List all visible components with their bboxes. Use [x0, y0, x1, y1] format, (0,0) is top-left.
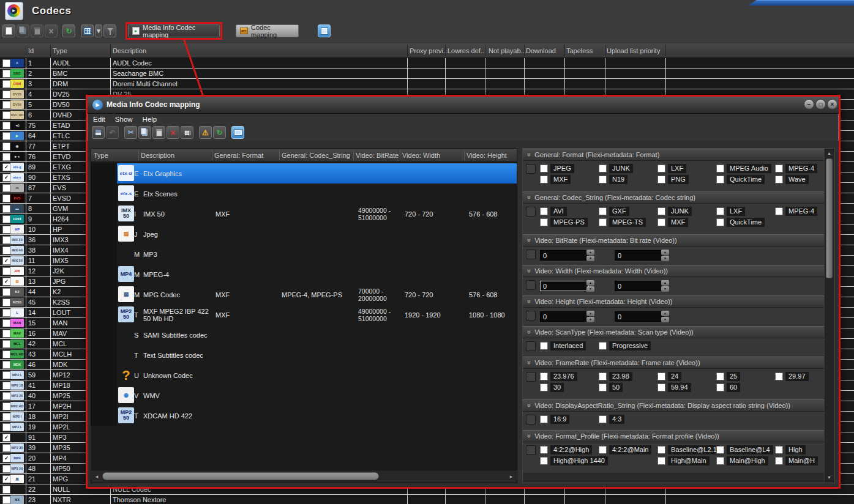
scroll-down-arrow[interactable]: ▼ — [825, 473, 834, 482]
delete-button[interactable]: × — [167, 126, 179, 139]
column-header-tapeless[interactable]: Tapeless — [566, 43, 593, 58]
option-checkbox[interactable] — [775, 446, 783, 454]
option-checkbox[interactable] — [657, 457, 665, 465]
row-checkbox[interactable] — [2, 319, 10, 327]
menu-help[interactable]: Help — [143, 116, 157, 123]
column-header-video-bitrate[interactable]: Video: BitRate — [356, 149, 399, 162]
mapping-row[interactable]: IMX50IIMX 50MXF49000000 -51000000720 - 7… — [91, 204, 517, 224]
option-checkbox[interactable] — [716, 165, 724, 172]
paste-button[interactable] — [152, 126, 165, 139]
vertical-scrollbar-thumb[interactable] — [826, 158, 833, 278]
section-header[interactable]: «General: Format (Flexi-metadata: Format… — [523, 149, 824, 161]
copy-button[interactable] — [17, 24, 29, 37]
option-checkbox[interactable] — [716, 218, 724, 226]
option-checkbox[interactable] — [775, 165, 783, 172]
option-checkbox[interactable] — [540, 165, 548, 172]
spinner-up-icon[interactable]: ▲ — [586, 250, 594, 255]
row-checkbox[interactable] — [2, 371, 10, 379]
group-checkbox[interactable] — [526, 280, 536, 290]
spinner-up-icon[interactable]: ▲ — [661, 280, 669, 286]
row-checkbox[interactable] — [2, 143, 10, 150]
range-input[interactable] — [615, 281, 664, 291]
grid-view-button[interactable] — [81, 24, 94, 37]
option-checkbox[interactable] — [540, 446, 548, 454]
column-header-not-playab[interactable]: Not playab... — [489, 43, 526, 58]
option-checkbox[interactable] — [716, 457, 724, 465]
group-checkbox[interactable] — [526, 372, 536, 382]
close-button[interactable]: × — [827, 99, 837, 109]
option-checkbox[interactable] — [716, 207, 724, 215]
row-checkbox[interactable] — [2, 91, 10, 98]
row-checkbox[interactable] — [2, 80, 10, 88]
row-checkbox[interactable] — [2, 288, 10, 296]
spinner-down-icon[interactable]: ▼ — [661, 256, 669, 261]
table-row[interactable]: A1AUDLAUDL Codec — [0, 58, 854, 69]
row-checkbox[interactable]: ✓ — [2, 454, 10, 462]
option-checkbox[interactable] — [657, 446, 665, 454]
option-checkbox[interactable] — [599, 446, 607, 454]
option-checkbox[interactable] — [657, 176, 665, 183]
option-checkbox[interactable] — [775, 176, 783, 183]
spinner-up-icon[interactable]: ▲ — [586, 280, 594, 286]
spinner-up-icon[interactable]: ▲ — [661, 250, 669, 255]
column-header-description[interactable]: Description — [141, 149, 174, 162]
column-header-video-height[interactable]: Video: Height — [466, 149, 507, 162]
scroll-up-arrow[interactable]: ▲ — [825, 149, 834, 158]
column-header-general-format[interactable]: General: Format — [214, 149, 263, 162]
row-checkbox[interactable] — [2, 309, 10, 317]
menu-edit[interactable]: Edit — [93, 116, 105, 123]
edit-table-button[interactable] — [181, 126, 193, 139]
row-checkbox[interactable]: ✓ — [2, 257, 10, 265]
range-input[interactable] — [615, 250, 664, 261]
option-checkbox[interactable] — [540, 342, 548, 350]
row-checkbox[interactable]: ✓ — [2, 174, 10, 182]
option-checkbox[interactable] — [599, 207, 607, 215]
column-header-proxy-previ[interactable]: Proxy previ... — [410, 43, 449, 58]
copy-button[interactable] — [138, 126, 151, 139]
refresh-button[interactable]: ↻ — [62, 24, 75, 37]
dialog-titlebar[interactable]: ▶ Media Info Codec mapping −□× — [88, 97, 839, 114]
section-header[interactable]: «General: Codec_String (Flexi-metadata: … — [523, 191, 824, 204]
row-checkbox[interactable] — [2, 350, 10, 358]
row-checkbox[interactable] — [2, 195, 10, 202]
option-checkbox[interactable] — [540, 218, 548, 226]
row-checkbox[interactable] — [2, 111, 10, 119]
option-checkbox[interactable] — [540, 372, 548, 380]
group-checkbox[interactable] — [526, 164, 536, 174]
group-checkbox[interactable] — [526, 341, 536, 351]
row-checkbox[interactable] — [2, 361, 10, 369]
option-checkbox[interactable] — [657, 218, 665, 226]
row-checkbox[interactable] — [2, 153, 10, 161]
mapping-row[interactable]: MP250TXDCAM HD 422 — [91, 406, 517, 426]
table-row[interactable]: BMC2BMCSeachange BMC — [0, 69, 854, 79]
row-checkbox[interactable] — [2, 267, 10, 275]
column-header-upload-list-priority[interactable]: Upload list priority — [607, 43, 660, 58]
new-button[interactable] — [2, 24, 15, 37]
group-checkbox[interactable] — [526, 250, 536, 259]
spinner-stepper[interactable]: ▲▼ — [586, 311, 594, 322]
row-checkbox[interactable]: ✓ — [2, 163, 10, 171]
column-header-download[interactable]: Download — [526, 43, 556, 58]
option-checkbox[interactable] — [540, 176, 548, 183]
row-checkbox[interactable] — [2, 59, 10, 67]
section-header[interactable]: «Video: BitRate (Flexi-metadata: Bit rat… — [523, 234, 824, 246]
column-header-video-width[interactable]: Video: Width — [402, 149, 440, 162]
row-checkbox[interactable] — [2, 122, 10, 130]
option-checkbox[interactable] — [599, 176, 607, 183]
option-checkbox[interactable] — [716, 446, 724, 454]
option-checkbox[interactable] — [657, 372, 665, 380]
column-header-description[interactable]: Description — [113, 43, 146, 58]
delete-button[interactable]: × — [45, 24, 58, 37]
section-header[interactable]: «Video: Height (Flexi-metadata: Height (… — [523, 295, 824, 308]
mapping-row[interactable]: SSAMI Subtitles codec — [91, 325, 517, 345]
monitor-button[interactable] — [231, 126, 244, 139]
mapping-row[interactable]: etx-sEEtx Scenes — [91, 183, 517, 204]
row-checkbox[interactable] — [2, 101, 10, 109]
spinner-down-icon[interactable]: ▼ — [586, 286, 594, 292]
row-checkbox[interactable] — [2, 70, 10, 78]
group-checkbox[interactable] — [526, 207, 536, 217]
horizontal-scrollbar-thumb[interactable] — [102, 472, 379, 480]
option-checkbox[interactable] — [540, 415, 548, 423]
row-checkbox[interactable] — [2, 246, 10, 254]
option-checkbox[interactable] — [540, 207, 548, 215]
